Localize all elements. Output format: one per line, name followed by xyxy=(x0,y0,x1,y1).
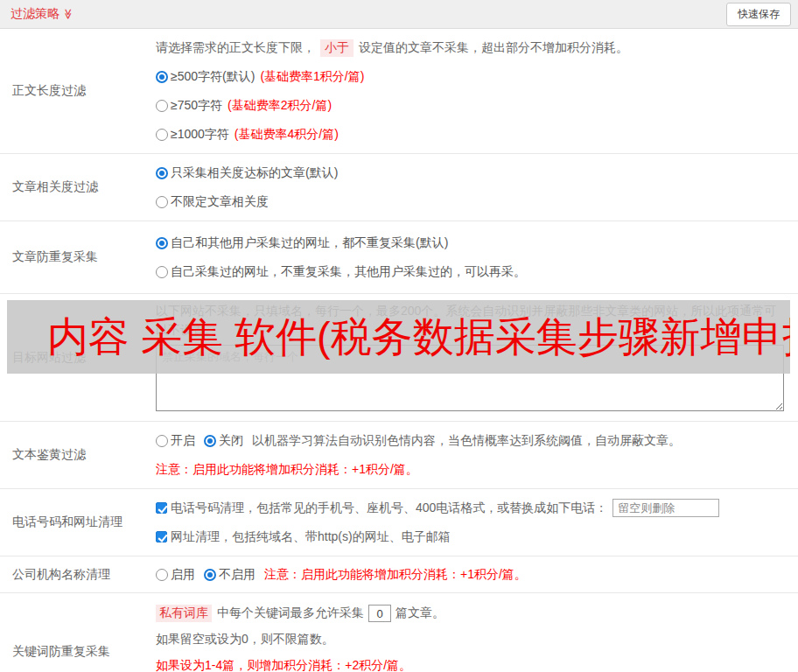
keyword-limit-end: 篇文章。 xyxy=(396,606,444,621)
row-company-content: 启用 不启用 注意：启用此功能将增加积分消耗：+1积分/篇。 xyxy=(156,556,798,592)
keyword-note-cost: 如果设为1-4篇，则增加积分消耗：+2积分/篇。 xyxy=(156,653,791,672)
ad-overlay-banner: 内容 采集 软件(税务数据采集步骤新增申报 xyxy=(7,300,790,374)
row-porn-content: 开启 关闭 以机器学习算法自动识别色情内容，当色情概率达到系统阈值，自动屏蔽文章… xyxy=(156,422,798,488)
checkbox-checked-icon[interactable] xyxy=(156,502,167,514)
length-intro-before: 请选择需求的正文长度下限， xyxy=(156,40,315,56)
radio-unchecked-icon[interactable] xyxy=(156,435,168,447)
row-dedup-label: 文章防重复采集 xyxy=(0,221,156,293)
relevance-option-strict[interactable]: 只采集相关度达标的文章(默认) xyxy=(156,158,791,187)
row-relevance-label: 文章相关度过滤 xyxy=(0,154,156,220)
phone-cleanup-text[interactable]: 电话号码清理，包括常见的手机号、座机号、400电话格式，或替换成如下电话： xyxy=(171,500,607,516)
length-option-750-text: ≥750字符 xyxy=(171,98,222,114)
radio-unchecked-icon[interactable] xyxy=(156,100,168,112)
checkbox-checked-icon[interactable] xyxy=(156,531,167,542)
page-title-text: 过滤策略 xyxy=(10,6,60,22)
private-lexicon-tag[interactable]: 私有词库 xyxy=(156,605,212,622)
filter-strategy-page: 过滤策略 ≫ 快速保存 正文长度过滤 请选择需求的正文长度下限， 小于 设定值的… xyxy=(0,0,798,672)
row-keyword-content: 私有词库 中每个关键词最多允许采集 篇文章。 如果留空或设为0，则不限篇数。 如… xyxy=(156,593,798,672)
keyword-limit-line: 私有词库 中每个关键词最多允许采集 篇文章。 xyxy=(156,600,791,626)
row-company-label: 公司机构名称清理 xyxy=(0,556,156,592)
ad-overlay-text: 内容 采集 软件(税务数据采集步骤新增申报 xyxy=(47,310,790,365)
row-length-filter: 正文长度过滤 请选择需求的正文长度下限， 小于 设定值的文章不采集，超出部分不增… xyxy=(0,29,798,154)
length-option-1000-text: ≥1000字符 xyxy=(171,127,229,143)
radio-checked-icon[interactable] xyxy=(156,71,168,83)
keyword-count-input[interactable] xyxy=(368,605,391,622)
top-bar: 过滤策略 ≫ 快速保存 xyxy=(0,0,798,29)
company-options-line: 启用 不启用 注意：启用此功能将增加积分消耗：+1积分/篇。 xyxy=(156,560,791,589)
radio-checked-icon[interactable] xyxy=(204,569,216,581)
relevance-option-strict-text: 只采集相关度达标的文章(默认) xyxy=(171,165,338,181)
length-option-1000-note: (基础费率4积分/篇) xyxy=(234,127,339,143)
length-option-750-note: (基础费率2积分/篇) xyxy=(228,98,332,114)
length-intro-after: 设定值的文章不采集，超出部分不增加积分消耗。 xyxy=(359,40,628,56)
length-option-1000[interactable]: ≥1000字符 (基础费率4积分/篇) xyxy=(156,120,791,149)
radio-checked-icon[interactable] xyxy=(204,435,216,447)
row-phone-url-cleanup: 电话号码和网址清理 电话号码清理，包括常见的手机号、座机号、400电话格式，或替… xyxy=(0,489,798,556)
length-option-750[interactable]: ≥750字符 (基础费率2积分/篇) xyxy=(156,91,791,120)
radio-checked-icon[interactable] xyxy=(156,167,168,179)
dedup-option-self[interactable]: 自己采集过的网址，不重复采集，其他用户采集过的，可以再采。 xyxy=(156,257,791,286)
relevance-option-any-text: 不限定文章相关度 xyxy=(171,194,269,210)
porn-description: 以机器学习算法自动识别色情内容，当色情概率达到系统阈值，自动屏蔽文章。 xyxy=(252,433,681,449)
porn-option-off-text[interactable]: 关闭 xyxy=(219,433,243,449)
relevance-option-any[interactable]: 不限定文章相关度 xyxy=(156,187,791,216)
row-dedup-content: 自己和其他用户采集过的网址，都不重复采集(默认) 自己采集过的网址，不重复采集，… xyxy=(156,221,798,293)
row-relevance-content: 只采集相关度达标的文章(默认) 不限定文章相关度 xyxy=(156,154,798,220)
radio-checked-icon[interactable] xyxy=(156,237,168,249)
length-intro-highlight: 小于 xyxy=(320,39,354,57)
row-phone-url-label: 电话号码和网址清理 xyxy=(0,489,156,556)
porn-option-on-text[interactable]: 开启 xyxy=(171,433,195,449)
page-title[interactable]: 过滤策略 ≫ xyxy=(10,6,74,22)
company-option-off-text[interactable]: 不启用 xyxy=(219,567,256,583)
keyword-note-zero: 如果留空或设为0，则不限篇数。 xyxy=(156,626,791,653)
keyword-limit-mid: 中每个关键词最多允许采集 xyxy=(217,606,364,621)
porn-cost-note: 注意：启用此功能将增加积分消耗：+1积分/篇。 xyxy=(156,455,791,484)
porn-options-line: 开启 关闭 以机器学习算法自动识别色情内容，当色情概率达到系统阈值，自动屏蔽文章… xyxy=(156,426,791,455)
radio-unchecked-icon[interactable] xyxy=(156,266,168,278)
company-cost-note: 注意：启用此功能将增加积分消耗：+1积分/篇。 xyxy=(264,567,527,583)
row-phone-url-content: 电话号码清理，包括常见的手机号、座机号、400电话格式，或替换成如下电话： 网址… xyxy=(156,489,798,556)
row-length-label: 正文长度过滤 xyxy=(0,29,156,153)
row-length-content: 请选择需求的正文长度下限， 小于 设定值的文章不采集，超出部分不增加积分消耗。 … xyxy=(156,29,798,153)
row-keyword-label: 关键词防重复采集 xyxy=(0,593,156,672)
length-option-500-note: (基础费率1积分/篇) xyxy=(260,69,364,85)
radio-unchecked-icon[interactable] xyxy=(156,129,168,141)
dedup-option-all[interactable]: 自己和其他用户采集过的网址，都不重复采集(默认) xyxy=(156,228,791,257)
company-option-on-text[interactable]: 启用 xyxy=(171,567,195,583)
replacement-phone-input[interactable] xyxy=(612,499,719,517)
chevron-down-icon: ≫ xyxy=(63,9,74,20)
row-company-cleanup: 公司机构名称清理 启用 不启用 注意：启用此功能将增加积分消耗：+1积分/篇。 xyxy=(0,556,798,593)
row-dedup-filter: 文章防重复采集 自己和其他用户采集过的网址，都不重复采集(默认) 自己采集过的网… xyxy=(0,221,798,294)
length-option-500-text: ≥500字符(默认) xyxy=(171,69,255,85)
length-option-500[interactable]: ≥500字符(默认) (基础费率1积分/篇) xyxy=(156,62,791,91)
url-cleanup-line: 网址清理，包括纯域名、带http(s)的网址、电子邮箱 xyxy=(156,522,791,551)
dedup-option-self-text: 自己采集过的网址，不重复采集，其他用户采集过的，可以再采。 xyxy=(171,264,526,280)
row-relevance-filter: 文章相关度过滤 只采集相关度达标的文章(默认) 不限定文章相关度 xyxy=(0,154,798,221)
url-cleanup-text[interactable]: 网址清理，包括纯域名、带http(s)的网址、电子邮箱 xyxy=(171,529,451,545)
radio-unchecked-icon[interactable] xyxy=(156,196,168,208)
row-porn-label: 文本鉴黄过滤 xyxy=(0,422,156,488)
length-intro: 请选择需求的正文长度下限， 小于 设定值的文章不采集，超出部分不增加积分消耗。 xyxy=(156,33,791,62)
radio-unchecked-icon[interactable] xyxy=(156,569,168,581)
row-keyword-dedup: 关键词防重复采集 私有词库 中每个关键词最多允许采集 篇文章。 如果留空或设为0… xyxy=(0,593,798,672)
phone-cleanup-line: 电话号码清理，包括常见的手机号、座机号、400电话格式，或替换成如下电话： xyxy=(156,494,791,522)
dedup-option-all-text: 自己和其他用户采集过的网址，都不重复采集(默认) xyxy=(171,235,448,251)
row-porn-filter: 文本鉴黄过滤 开启 关闭 以机器学习算法自动识别色情内容，当色情概率达到系统阈值… xyxy=(0,422,798,489)
quick-save-button[interactable]: 快速保存 xyxy=(726,3,791,26)
